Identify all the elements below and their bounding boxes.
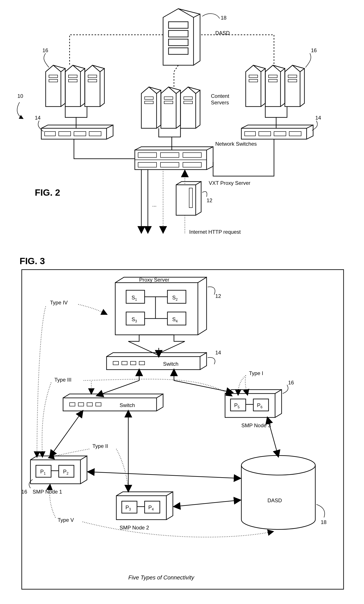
svg-text:S4: S4 <box>172 316 178 323</box>
svg-rect-25 <box>74 132 86 136</box>
fig3-caption: Five Types of Connectivity <box>128 574 195 581</box>
servers-right-ref: 16 <box>311 47 317 53</box>
dasd-label3: DASD <box>267 497 282 503</box>
proxy-title-label: Proxy Server <box>139 277 169 283</box>
type1-label: Type I <box>249 370 263 376</box>
svg-rect-36 <box>183 153 201 157</box>
smp1-label: SMP Node 1 <box>33 489 62 495</box>
svg-rect-37 <box>138 163 157 167</box>
svg-rect-35 <box>161 153 179 157</box>
http-request-label: Internet HTTP request <box>189 229 241 235</box>
svg-rect-1 <box>169 30 188 37</box>
svg-rect-16 <box>249 75 258 78</box>
smp2-label: SMP Node 2 <box>120 525 149 530</box>
svg-rect-31 <box>289 132 301 136</box>
svg-text:P5: P5 <box>234 402 240 409</box>
svg-rect-60 <box>139 361 145 365</box>
svg-rect-41 <box>189 188 192 208</box>
type5-label: Type V <box>58 517 74 523</box>
svg-rect-73 <box>122 501 137 513</box>
svg-rect-66 <box>30 460 80 484</box>
smp3-label: SMP Node 3 <box>241 422 271 428</box>
svg-rect-79 <box>230 399 246 411</box>
vxt-proxy-label: VXT Proxy Server <box>209 180 251 186</box>
svg-rect-59 <box>130 361 136 365</box>
content-servers-label2: Servers <box>211 100 229 105</box>
type2-label: Type II <box>92 443 108 449</box>
svg-rect-21 <box>288 79 297 82</box>
fig3-title: FIG. 3 <box>20 256 45 266</box>
svg-rect-14 <box>184 97 192 99</box>
svg-rect-10 <box>145 97 153 99</box>
servers-left-ref: 16 <box>42 47 48 53</box>
svg-rect-5 <box>49 79 58 82</box>
svg-rect-75 <box>145 501 160 513</box>
svg-rect-49 <box>126 312 145 325</box>
svg-rect-63 <box>78 403 84 406</box>
svg-point-84 <box>241 455 315 475</box>
svg-rect-29 <box>259 132 271 136</box>
proxy-ref: 12 <box>207 197 213 203</box>
svg-rect-47 <box>167 290 186 303</box>
svg-text:S3: S3 <box>132 316 137 323</box>
smp-node-1: P1 P2 <box>30 456 87 484</box>
svg-rect-4 <box>49 75 58 78</box>
svg-rect-24 <box>59 132 71 136</box>
diagram-root: FIG. 2 DASD 18 <box>7 7 357 597</box>
smp-node-2: P3 P4 <box>116 492 173 520</box>
svg-rect-72 <box>116 496 166 520</box>
svg-rect-8 <box>88 75 97 78</box>
svg-rect-20 <box>288 75 297 78</box>
content-servers-label1: Content <box>211 93 229 99</box>
network-switch-right <box>241 125 313 139</box>
svg-rect-40 <box>176 185 196 215</box>
svg-rect-11 <box>145 101 153 104</box>
svg-rect-3 <box>169 48 188 54</box>
svg-text:P1: P1 <box>40 468 46 475</box>
svg-rect-51 <box>167 312 186 325</box>
fig2-title: FIG. 2 <box>35 188 60 198</box>
svg-text:S1: S1 <box>132 295 137 301</box>
svg-rect-18 <box>269 75 277 78</box>
figure-2: FIG. 2 DASD 18 <box>17 9 321 235</box>
switch-right-ref: 14 <box>315 115 321 121</box>
network-switch-center <box>135 147 213 170</box>
network-switches-label: Network Switches <box>215 141 257 147</box>
dasd-cylinder: DASD <box>241 455 315 529</box>
node1-ref: 16 <box>21 489 27 495</box>
figure-3: FIG. 3 Proxy Server S1 S2 S3 S4 12 Switc… <box>20 256 344 589</box>
dasd-ref3: 18 <box>321 519 326 525</box>
svg-rect-56 <box>107 357 200 370</box>
proxy-ref3: 12 <box>215 293 221 299</box>
svg-text:...: ... <box>152 202 157 208</box>
switch-top-ref: 14 <box>215 350 221 355</box>
switch-left-ref: 14 <box>35 115 41 121</box>
svg-rect-0 <box>169 22 188 28</box>
svg-rect-78 <box>225 393 275 417</box>
svg-rect-28 <box>245 132 255 136</box>
node3-ref: 16 <box>288 380 294 386</box>
switch-top: Switch <box>107 353 207 370</box>
content-servers-left <box>46 65 104 107</box>
svg-rect-19 <box>269 79 277 82</box>
svg-text:P6: P6 <box>257 402 263 409</box>
svg-rect-17 <box>249 79 258 82</box>
system-ref: 10 <box>17 93 23 99</box>
svg-text:P4: P4 <box>148 504 154 511</box>
svg-rect-6 <box>68 75 77 78</box>
svg-rect-62 <box>70 403 75 406</box>
network-switch-left <box>41 125 113 139</box>
svg-text:S2: S2 <box>172 295 178 301</box>
dasd-ref: 18 <box>221 15 226 21</box>
dasd-tower <box>163 9 200 65</box>
svg-rect-57 <box>113 361 118 365</box>
smp-node-3: P5 P6 <box>225 390 282 417</box>
svg-rect-30 <box>274 132 286 136</box>
svg-rect-39 <box>183 163 201 167</box>
svg-text:P2: P2 <box>63 468 68 475</box>
content-servers-right <box>246 65 304 107</box>
svg-rect-81 <box>253 399 269 411</box>
svg-rect-38 <box>161 163 179 167</box>
content-servers-mid <box>141 87 200 128</box>
svg-rect-43 <box>22 270 344 589</box>
